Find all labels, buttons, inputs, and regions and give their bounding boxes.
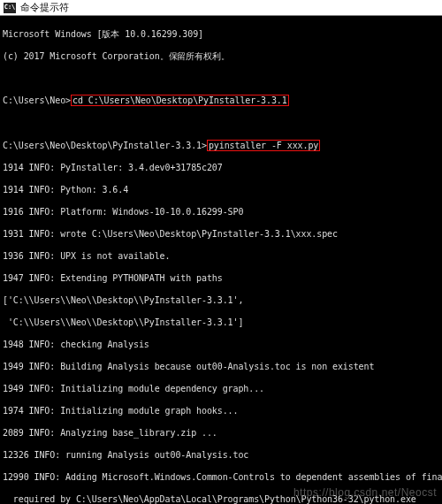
highlight-pyinstaller-command: pyinstaller -F xxx.py xyxy=(207,140,320,151)
blank-line xyxy=(3,73,439,84)
log-line: 1949 INFO: Initializing module dependenc… xyxy=(3,384,439,395)
log-line: 1936 INFO: UPX is not available. xyxy=(3,251,439,263)
highlight-cd-command: cd C:\Users\Neo\Desktop\PyInstaller-3.3.… xyxy=(71,95,289,106)
window-titlebar[interactable]: C:\ 命令提示符 xyxy=(0,0,442,16)
log-line: 1916 INFO: Platform: Windows-10-10.0.162… xyxy=(3,207,439,218)
log-line: 1948 INFO: checking Analysis xyxy=(3,340,439,351)
header-line: (c) 2017 Microsoft Corporation。保留所有权利。 xyxy=(3,51,439,63)
terminal-output[interactable]: Microsoft Windows [版本 10.0.16299.309] (c… xyxy=(0,16,442,504)
log-line: 1931 INFO: wrote C:\Users\Neo\Desktop\Py… xyxy=(3,229,439,241)
log-line: 1914 INFO: Python: 3.6.4 xyxy=(3,185,439,196)
log-line: 1914 INFO: PyInstaller: 3.4.dev0+31785c2… xyxy=(3,163,439,174)
log-line: 1974 INFO: Initializing module graph hoo… xyxy=(3,406,439,417)
log-line: 1949 INFO: Building Analysis because out… xyxy=(3,362,439,373)
log-line: 1947 INFO: Extending PYTHONPATH with pat… xyxy=(3,273,439,285)
log-line: 12990 INFO: Adding Microsoft.Windows.Com… xyxy=(3,472,439,484)
cmd-icon: C:\ xyxy=(4,3,16,13)
log-line: 'C:\\Users\\Neo\\Desktop\\PyInstaller-3.… xyxy=(3,317,439,329)
prompt-line: C:\Users\Neo>cd C:\Users\Neo\Desktop\PyI… xyxy=(3,95,439,107)
watermark-text: https://blog.csdn.net/Neocst xyxy=(293,486,437,500)
window-title: 命令提示符 xyxy=(20,2,69,14)
blank-line xyxy=(3,118,439,128)
log-line: ['C:\\Users\\Neo\\Desktop\\PyInstaller-3… xyxy=(3,295,439,307)
log-line: 2089 INFO: Analyzing base_library.zip ..… xyxy=(3,428,439,439)
header-line: Microsoft Windows [版本 10.0.16299.309] xyxy=(3,29,439,41)
log-line: 12326 INFO: running Analysis out00-Analy… xyxy=(3,450,439,462)
prompt-line: C:\Users\Neo\Desktop\PyInstaller-3.3.1>p… xyxy=(3,140,439,152)
